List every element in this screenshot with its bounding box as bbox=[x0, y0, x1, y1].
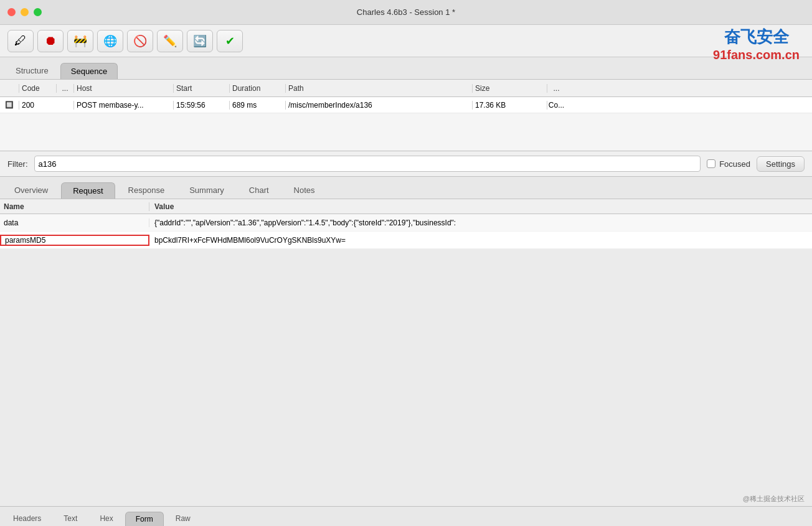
window-controls bbox=[7, 8, 42, 16]
data-table: Name Value data {"addrId":"","apiVersion… bbox=[0, 199, 812, 249]
dots2-col-header[interactable]: ... bbox=[547, 84, 565, 93]
tab-chart[interactable]: Chart bbox=[237, 182, 281, 199]
tab-form[interactable]: Form bbox=[125, 512, 164, 526]
tab-request[interactable]: Request bbox=[61, 182, 115, 199]
watermark-chinese: 奋飞安全 bbox=[713, 26, 800, 48]
refresh-button[interactable]: 🔄 bbox=[187, 30, 213, 52]
filter-label: Filter: bbox=[7, 159, 28, 169]
stop-button[interactable]: 🚫 bbox=[127, 30, 153, 52]
view-tabs: Structure Sequence bbox=[0, 57, 812, 80]
tab-hex[interactable]: Hex bbox=[89, 511, 123, 526]
row-path: /misc/memberIndex/a136 bbox=[285, 101, 472, 110]
paramsmd5-name-cell: paramsMD5 bbox=[0, 235, 149, 246]
record-button[interactable]: ⏺ bbox=[37, 30, 64, 52]
duration-col-header[interactable]: Duration bbox=[229, 84, 285, 93]
size-col-header[interactable]: Size bbox=[472, 84, 547, 93]
focused-label: Focused bbox=[719, 159, 750, 169]
row-duration: 689 ms bbox=[229, 101, 285, 110]
tab-text[interactable]: Text bbox=[53, 511, 88, 526]
toolbar: 🖊 ⏺ 🚧 🌐 🚫 ✏️ 🔄 ✔ 奋飞安全 91fans.com.cn bbox=[0, 25, 812, 57]
data-name-cell: data bbox=[0, 218, 149, 227]
row-icon: 🔲 bbox=[0, 101, 19, 109]
tab-sequence[interactable]: Sequence bbox=[60, 63, 118, 79]
tab-response[interactable]: Response bbox=[116, 182, 177, 199]
tab-structure[interactable]: Structure bbox=[5, 62, 59, 79]
path-col-header[interactable]: Path bbox=[285, 84, 472, 93]
watermark-url: 91fans.com.cn bbox=[713, 48, 800, 62]
request-table-header: Code ... Host Start Duration Path Size .… bbox=[0, 80, 812, 97]
empty-space bbox=[0, 113, 812, 151]
data-value-cell: {"addrId":"","apiVersion":"a1.36","appVe… bbox=[149, 218, 812, 227]
start-col-header[interactable]: Start bbox=[173, 84, 229, 93]
edit-button[interactable]: ✏️ bbox=[157, 30, 183, 52]
filter-input[interactable] bbox=[34, 156, 701, 172]
settings-button[interactable]: Settings bbox=[757, 156, 805, 172]
paramsmd5-value-cell: bpCkdl7RI+xFcFWHdMBMl6ol9VuCrOYgSKNBls9u… bbox=[149, 236, 812, 245]
minimize-button[interactable] bbox=[21, 8, 29, 16]
code-col-header[interactable]: Code bbox=[19, 84, 56, 93]
data-row-data[interactable]: data {"addrId":"","apiVersion":"a1.36","… bbox=[0, 214, 812, 232]
focused-checkbox[interactable] bbox=[707, 159, 715, 168]
row-more: Co... bbox=[547, 101, 565, 110]
window-title: Charles 4.6b3 - Session 1 * bbox=[357, 7, 455, 17]
data-table-header: Name Value bbox=[0, 199, 812, 214]
close-button[interactable] bbox=[7, 8, 16, 16]
titlebar: Charles 4.6b3 - Session 1 * bbox=[0, 0, 812, 25]
content-tabs: Overview Request Response Summary Chart … bbox=[0, 177, 812, 199]
validate-button[interactable]: ✔ bbox=[217, 30, 243, 52]
tab-notes[interactable]: Notes bbox=[282, 182, 327, 199]
bottom-tabs: Headers Text Hex Form Raw bbox=[0, 506, 812, 526]
table-row[interactable]: 🔲 200 POST membase-y... 15:59:56 689 ms … bbox=[0, 97, 812, 113]
pen-tool-button[interactable]: 🖊 bbox=[7, 30, 34, 52]
name-col-header: Name bbox=[0, 202, 149, 211]
proxy-button[interactable]: 🌐 bbox=[97, 30, 123, 52]
host-col-header[interactable]: Host bbox=[73, 84, 173, 93]
filter-bar: Filter: Focused Settings bbox=[0, 151, 812, 177]
row-host: POST membase-y... bbox=[73, 101, 173, 110]
copyright-text: @稀土掘金技术社区 bbox=[743, 494, 805, 504]
value-col-header: Value bbox=[149, 202, 812, 211]
tab-summary[interactable]: Summary bbox=[177, 182, 236, 199]
throttle-button[interactable]: 🚧 bbox=[67, 30, 93, 52]
focused-checkbox-area: Focused bbox=[707, 159, 750, 169]
row-size: 17.36 KB bbox=[472, 101, 547, 110]
dots1-col-header[interactable]: ... bbox=[56, 84, 73, 93]
tab-headers[interactable]: Headers bbox=[2, 511, 52, 526]
row-start: 15:59:56 bbox=[173, 101, 229, 110]
tab-raw[interactable]: Raw bbox=[165, 511, 201, 526]
row-code: 200 bbox=[19, 101, 56, 110]
watermark: 奋飞安全 91fans.com.cn bbox=[713, 26, 800, 62]
maximize-button[interactable] bbox=[34, 8, 42, 16]
tab-overview[interactable]: Overview bbox=[2, 182, 60, 199]
data-row-paramsmd5[interactable]: paramsMD5 bpCkdl7RI+xFcFWHdMBMl6ol9VuCrO… bbox=[0, 232, 812, 249]
